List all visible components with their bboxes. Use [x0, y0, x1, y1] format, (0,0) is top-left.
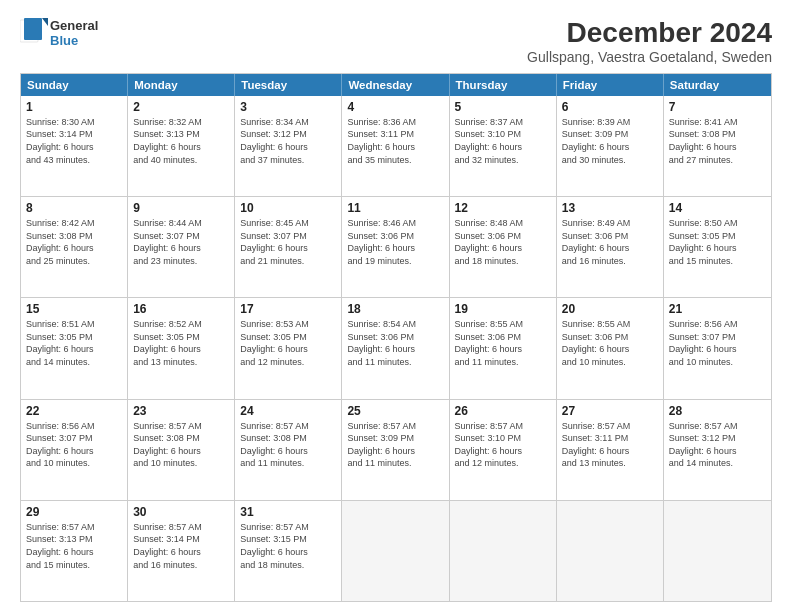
calendar-body: 1Sunrise: 8:30 AM Sunset: 3:14 PM Daylig… — [21, 96, 771, 601]
calendar-cell: 26Sunrise: 8:57 AM Sunset: 3:10 PM Dayli… — [450, 400, 557, 500]
calendar-row-2: 8Sunrise: 8:42 AM Sunset: 3:08 PM Daylig… — [21, 197, 771, 298]
calendar-cell: 13Sunrise: 8:49 AM Sunset: 3:06 PM Dayli… — [557, 197, 664, 297]
day-number: 17 — [240, 302, 336, 316]
day-info: Sunrise: 8:57 AM Sunset: 3:12 PM Dayligh… — [669, 420, 766, 470]
calendar-row-3: 15Sunrise: 8:51 AM Sunset: 3:05 PM Dayli… — [21, 298, 771, 399]
calendar-cell: 19Sunrise: 8:55 AM Sunset: 3:06 PM Dayli… — [450, 298, 557, 398]
calendar-cell: 14Sunrise: 8:50 AM Sunset: 3:05 PM Dayli… — [664, 197, 771, 297]
day-number: 4 — [347, 100, 443, 114]
day-number: 19 — [455, 302, 551, 316]
day-number: 27 — [562, 404, 658, 418]
day-info: Sunrise: 8:57 AM Sunset: 3:11 PM Dayligh… — [562, 420, 658, 470]
calendar-cell: 17Sunrise: 8:53 AM Sunset: 3:05 PM Dayli… — [235, 298, 342, 398]
calendar-header-sunday: Sunday — [21, 74, 128, 96]
page-header: General Blue December 2024 Gullspang, Va… — [20, 18, 772, 65]
day-info: Sunrise: 8:56 AM Sunset: 3:07 PM Dayligh… — [669, 318, 766, 368]
calendar-row-5: 29Sunrise: 8:57 AM Sunset: 3:13 PM Dayli… — [21, 501, 771, 601]
day-number: 26 — [455, 404, 551, 418]
calendar: SundayMondayTuesdayWednesdayThursdayFrid… — [20, 73, 772, 602]
calendar-cell: 1Sunrise: 8:30 AM Sunset: 3:14 PM Daylig… — [21, 96, 128, 196]
day-info: Sunrise: 8:42 AM Sunset: 3:08 PM Dayligh… — [26, 217, 122, 267]
calendar-cell: 27Sunrise: 8:57 AM Sunset: 3:11 PM Dayli… — [557, 400, 664, 500]
day-info: Sunrise: 8:57 AM Sunset: 3:09 PM Dayligh… — [347, 420, 443, 470]
calendar-cell: 10Sunrise: 8:45 AM Sunset: 3:07 PM Dayli… — [235, 197, 342, 297]
calendar-header-monday: Monday — [128, 74, 235, 96]
calendar-cell: 8Sunrise: 8:42 AM Sunset: 3:08 PM Daylig… — [21, 197, 128, 297]
calendar-cell: 15Sunrise: 8:51 AM Sunset: 3:05 PM Dayli… — [21, 298, 128, 398]
day-number: 5 — [455, 100, 551, 114]
calendar-cell: 28Sunrise: 8:57 AM Sunset: 3:12 PM Dayli… — [664, 400, 771, 500]
day-info: Sunrise: 8:32 AM Sunset: 3:13 PM Dayligh… — [133, 116, 229, 166]
subtitle: Gullspang, Vaestra Goetaland, Sweden — [527, 49, 772, 65]
calendar-cell: 3Sunrise: 8:34 AM Sunset: 3:12 PM Daylig… — [235, 96, 342, 196]
main-title: December 2024 — [527, 18, 772, 49]
logo-blue-text: Blue — [50, 34, 98, 49]
svg-marker-2 — [42, 18, 48, 26]
day-info: Sunrise: 8:57 AM Sunset: 3:13 PM Dayligh… — [26, 521, 122, 571]
day-info: Sunrise: 8:52 AM Sunset: 3:05 PM Dayligh… — [133, 318, 229, 368]
day-number: 16 — [133, 302, 229, 316]
day-info: Sunrise: 8:56 AM Sunset: 3:07 PM Dayligh… — [26, 420, 122, 470]
day-info: Sunrise: 8:49 AM Sunset: 3:06 PM Dayligh… — [562, 217, 658, 267]
day-number: 21 — [669, 302, 766, 316]
day-info: Sunrise: 8:30 AM Sunset: 3:14 PM Dayligh… — [26, 116, 122, 166]
day-number: 11 — [347, 201, 443, 215]
day-number: 31 — [240, 505, 336, 519]
calendar-row-1: 1Sunrise: 8:30 AM Sunset: 3:14 PM Daylig… — [21, 96, 771, 197]
calendar-cell: 7Sunrise: 8:41 AM Sunset: 3:08 PM Daylig… — [664, 96, 771, 196]
day-number: 23 — [133, 404, 229, 418]
day-info: Sunrise: 8:37 AM Sunset: 3:10 PM Dayligh… — [455, 116, 551, 166]
day-info: Sunrise: 8:55 AM Sunset: 3:06 PM Dayligh… — [455, 318, 551, 368]
calendar-cell: 16Sunrise: 8:52 AM Sunset: 3:05 PM Dayli… — [128, 298, 235, 398]
calendar-header: SundayMondayTuesdayWednesdayThursdayFrid… — [21, 74, 771, 96]
day-info: Sunrise: 8:57 AM Sunset: 3:15 PM Dayligh… — [240, 521, 336, 571]
day-number: 22 — [26, 404, 122, 418]
day-info: Sunrise: 8:36 AM Sunset: 3:11 PM Dayligh… — [347, 116, 443, 166]
day-number: 25 — [347, 404, 443, 418]
calendar-header-thursday: Thursday — [450, 74, 557, 96]
calendar-cell: 18Sunrise: 8:54 AM Sunset: 3:06 PM Dayli… — [342, 298, 449, 398]
calendar-cell: 29Sunrise: 8:57 AM Sunset: 3:13 PM Dayli… — [21, 501, 128, 601]
day-info: Sunrise: 8:41 AM Sunset: 3:08 PM Dayligh… — [669, 116, 766, 166]
title-block: December 2024 Gullspang, Vaestra Goetala… — [527, 18, 772, 65]
calendar-cell: 12Sunrise: 8:48 AM Sunset: 3:06 PM Dayli… — [450, 197, 557, 297]
day-number: 2 — [133, 100, 229, 114]
day-number: 6 — [562, 100, 658, 114]
day-number: 3 — [240, 100, 336, 114]
day-number: 1 — [26, 100, 122, 114]
day-number: 24 — [240, 404, 336, 418]
logo-general-text: General — [50, 19, 98, 34]
calendar-cell: 31Sunrise: 8:57 AM Sunset: 3:15 PM Dayli… — [235, 501, 342, 601]
calendar-cell: 24Sunrise: 8:57 AM Sunset: 3:08 PM Dayli… — [235, 400, 342, 500]
logo: General Blue — [20, 18, 98, 50]
calendar-header-saturday: Saturday — [664, 74, 771, 96]
day-number: 13 — [562, 201, 658, 215]
calendar-cell — [450, 501, 557, 601]
calendar-cell: 20Sunrise: 8:55 AM Sunset: 3:06 PM Dayli… — [557, 298, 664, 398]
day-info: Sunrise: 8:57 AM Sunset: 3:14 PM Dayligh… — [133, 521, 229, 571]
day-info: Sunrise: 8:44 AM Sunset: 3:07 PM Dayligh… — [133, 217, 229, 267]
calendar-cell: 4Sunrise: 8:36 AM Sunset: 3:11 PM Daylig… — [342, 96, 449, 196]
calendar-row-4: 22Sunrise: 8:56 AM Sunset: 3:07 PM Dayli… — [21, 400, 771, 501]
day-info: Sunrise: 8:34 AM Sunset: 3:12 PM Dayligh… — [240, 116, 336, 166]
logo-graphic — [20, 18, 48, 50]
calendar-cell: 6Sunrise: 8:39 AM Sunset: 3:09 PM Daylig… — [557, 96, 664, 196]
day-info: Sunrise: 8:46 AM Sunset: 3:06 PM Dayligh… — [347, 217, 443, 267]
day-number: 7 — [669, 100, 766, 114]
day-number: 15 — [26, 302, 122, 316]
day-info: Sunrise: 8:57 AM Sunset: 3:08 PM Dayligh… — [133, 420, 229, 470]
day-info: Sunrise: 8:45 AM Sunset: 3:07 PM Dayligh… — [240, 217, 336, 267]
calendar-cell — [342, 501, 449, 601]
day-number: 9 — [133, 201, 229, 215]
calendar-header-wednesday: Wednesday — [342, 74, 449, 96]
day-number: 12 — [455, 201, 551, 215]
calendar-cell: 25Sunrise: 8:57 AM Sunset: 3:09 PM Dayli… — [342, 400, 449, 500]
day-info: Sunrise: 8:55 AM Sunset: 3:06 PM Dayligh… — [562, 318, 658, 368]
day-info: Sunrise: 8:54 AM Sunset: 3:06 PM Dayligh… — [347, 318, 443, 368]
day-number: 28 — [669, 404, 766, 418]
day-info: Sunrise: 8:53 AM Sunset: 3:05 PM Dayligh… — [240, 318, 336, 368]
day-info: Sunrise: 8:48 AM Sunset: 3:06 PM Dayligh… — [455, 217, 551, 267]
calendar-header-tuesday: Tuesday — [235, 74, 342, 96]
day-number: 18 — [347, 302, 443, 316]
day-number: 8 — [26, 201, 122, 215]
